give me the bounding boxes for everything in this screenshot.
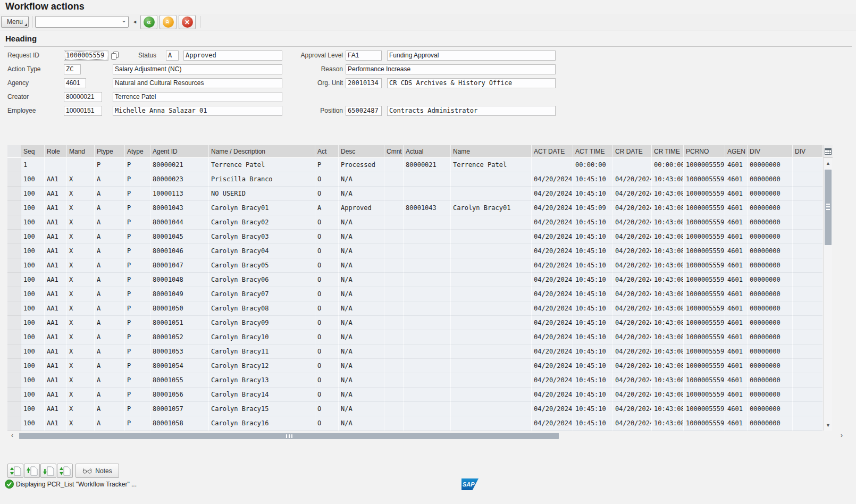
cell[interactable] (451, 301, 532, 316)
cell[interactable] (793, 287, 823, 301)
cell[interactable]: 10:45:10 (573, 244, 613, 258)
table-row[interactable]: 100AA1XAP80001047Carolyn Bracy05ON/A04/2… (7, 258, 823, 273)
cell[interactable] (384, 158, 404, 172)
cell[interactable]: 04/20/2024 (532, 301, 573, 316)
cell[interactable]: 10:45:10 (573, 359, 613, 373)
cell[interactable] (384, 359, 404, 373)
column-header-act[interactable]: Act (315, 145, 339, 158)
cell[interactable]: X (67, 416, 95, 431)
cell[interactable]: 04/20/2024 (532, 230, 573, 244)
cell[interactable]: 00000000 (748, 273, 793, 287)
table-row[interactable]: 100AA1XAP80001051Carolyn Bracy09ON/A04/2… (7, 316, 823, 330)
table-row[interactable]: 100AA1XAP80001058Carolyn Bracy16ON/A04/2… (7, 416, 823, 431)
column-header-cmnt[interactable]: Cmnt (384, 145, 404, 158)
cell[interactable] (793, 373, 823, 388)
cell[interactable]: AA1 (45, 244, 67, 258)
menu-button[interactable]: Menu (1, 16, 29, 28)
cell[interactable]: 04/20/2024 (613, 373, 652, 388)
cell[interactable]: X (67, 201, 95, 215)
employee-text-field[interactable]: Michelle Anna Salazar 01 (113, 106, 282, 116)
cell[interactable]: Carolyn Bracy01 (209, 201, 315, 215)
cell[interactable] (404, 187, 451, 201)
cell[interactable]: A (95, 258, 125, 273)
cell[interactable]: 4601 (725, 244, 748, 258)
cell[interactable]: 10:45:09 (573, 201, 613, 215)
cell[interactable]: 04/20/2024 (532, 373, 573, 388)
cell[interactable]: 10:43:08 (652, 258, 684, 273)
collapse-left-icon[interactable]: ◄ (132, 19, 137, 24)
cell[interactable]: 00000000 (748, 258, 793, 273)
cell[interactable]: P (125, 402, 150, 416)
cell[interactable]: AA1 (45, 273, 67, 287)
cell[interactable]: 100 (21, 359, 45, 373)
cell[interactable]: 100 (21, 258, 45, 273)
cell[interactable] (793, 345, 823, 359)
cell[interactable]: Carolyn Bracy08 (209, 301, 315, 316)
cell[interactable]: P (125, 316, 150, 330)
cell[interactable] (404, 416, 451, 431)
column-header-name[interactable]: Name (451, 145, 532, 158)
cell[interactable] (451, 287, 532, 301)
org-unit-code-field[interactable]: 20010134 (346, 78, 382, 88)
cell[interactable]: 04/20/2024 (613, 359, 652, 373)
cell[interactable]: A (95, 359, 125, 373)
cell[interactable]: AA1 (45, 373, 67, 388)
cell[interactable] (793, 316, 823, 330)
cell[interactable]: 80001047 (150, 258, 209, 273)
cell[interactable]: 10:45:10 (573, 187, 613, 201)
cell[interactable]: 04/20/2024 (532, 402, 573, 416)
cell[interactable] (404, 258, 451, 273)
cell[interactable]: 10:45:10 (573, 316, 613, 330)
cell[interactable]: AA1 (45, 301, 67, 316)
cell[interactable]: AA1 (45, 316, 67, 330)
agency-text-field[interactable]: Natural and Cultural Resources (113, 78, 282, 88)
cell[interactable] (793, 258, 823, 273)
column-header-actual[interactable]: Actual (404, 145, 451, 158)
cell[interactable]: 100 (21, 402, 45, 416)
cell[interactable] (451, 373, 532, 388)
cell[interactable]: 4601 (725, 301, 748, 316)
cell[interactable]: O (315, 273, 339, 287)
cell[interactable]: 04/20/2024 (613, 230, 652, 244)
cell[interactable]: 00000000 (748, 287, 793, 301)
cell[interactable]: 1000005559 (684, 359, 725, 373)
cell[interactable]: 04/20/2024 (613, 244, 652, 258)
cell[interactable]: 10:45:10 (573, 230, 613, 244)
cell[interactable]: 4601 (725, 373, 748, 388)
cell[interactable] (451, 172, 532, 187)
cell[interactable] (451, 215, 532, 230)
cell[interactable]: 00000000 (748, 187, 793, 201)
row-selector[interactable] (7, 330, 21, 345)
cell[interactable]: 100 (21, 230, 45, 244)
cell[interactable]: 80001051 (150, 316, 209, 330)
cell[interactable] (613, 158, 652, 172)
cell[interactable]: 1000005559 (684, 258, 725, 273)
cell[interactable] (384, 273, 404, 287)
cell[interactable]: 80001044 (150, 215, 209, 230)
cell[interactable]: 04/20/2024 (532, 187, 573, 201)
cell[interactable]: P (125, 301, 150, 316)
cell[interactable]: 4601 (725, 158, 748, 172)
cell[interactable]: Terrence Patel (209, 158, 315, 172)
cell[interactable]: A (95, 402, 125, 416)
cell[interactable]: 00000000 (748, 215, 793, 230)
cell[interactable]: 10:45:10 (573, 215, 613, 230)
cell[interactable]: 10:45:10 (573, 301, 613, 316)
cell[interactable]: 00000000 (748, 416, 793, 431)
cell[interactable]: AA1 (45, 230, 67, 244)
command-input[interactable] (37, 17, 116, 27)
cell[interactable]: 04/20/2024 (613, 316, 652, 330)
cell[interactable] (793, 244, 823, 258)
cell[interactable]: 10:45:10 (573, 330, 613, 345)
table-row[interactable]: 100AA1XAP80001048Carolyn Bracy06ON/A04/2… (7, 273, 823, 287)
column-header-div[interactable]: DIV (748, 145, 793, 158)
scroll-down-icon[interactable]: ▼ (824, 421, 833, 430)
cell[interactable] (451, 187, 532, 201)
cell[interactable] (404, 215, 451, 230)
cell[interactable] (451, 330, 532, 345)
cell[interactable]: AA1 (45, 416, 67, 431)
cell[interactable]: 04/20/2024 (532, 345, 573, 359)
column-header-pcrno[interactable]: PCRNO (684, 145, 725, 158)
row-selector[interactable] (7, 416, 21, 431)
cell[interactable]: AA1 (45, 345, 67, 359)
